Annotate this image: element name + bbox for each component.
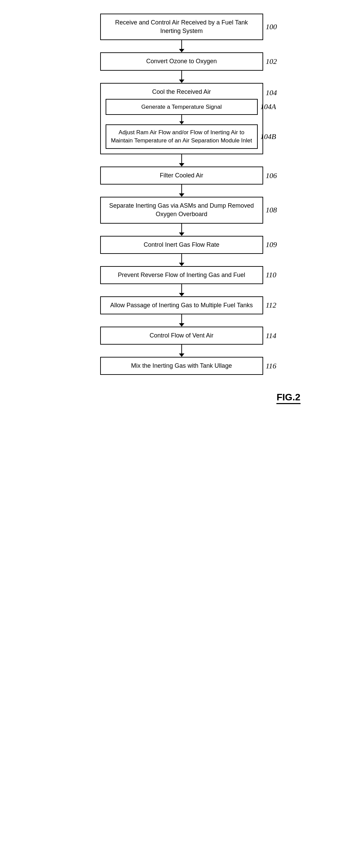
step-106-text: Filter Cooled Air (160, 172, 203, 179)
step-109-text: Control Inert Gas Flow Rate (144, 241, 219, 248)
step-116-text: Mix the Inerting Gas with Tank Ullage (131, 362, 232, 369)
step-106-label: 106 (266, 170, 277, 181)
connector-108-109 (181, 224, 182, 233)
step-112-text: Allow Passage of Inerting Gas to Multipl… (110, 302, 253, 309)
figure-label: FIG.2 (276, 392, 300, 403)
step-100-box: Receive and Control Air Received by a Fu… (100, 14, 263, 40)
connector-114-116 (181, 345, 182, 354)
connector-112-114 (181, 314, 182, 324)
step-102-box: Convert Ozone to Oxygen 102 (100, 52, 263, 70)
connector-104a-104b (181, 115, 182, 122)
step-102-label: 102 (266, 56, 277, 67)
step-112-box: Allow Passage of Inerting Gas to Multipl… (100, 296, 263, 314)
connector-110-112 (181, 284, 182, 294)
connector-102-104 (181, 71, 182, 80)
step-104a-text: Generate a Temperature Signal (141, 104, 222, 110)
step-106-box: Filter Cooled Air 106 (100, 167, 263, 185)
connector-106-108 (181, 185, 182, 194)
step-116-label: 116 (266, 361, 276, 371)
step-102-text: Convert Ozone to Oxygen (146, 58, 217, 65)
step-104a-box: Generate a Temperature Signal 104A (106, 99, 258, 115)
step-104-container: 104 Cool the Received Air Generate a Tem… (100, 83, 263, 154)
step-110-label: 110 (266, 270, 276, 280)
step-108-text: Separate Inerting Gas via ASMs and Dump … (109, 202, 254, 218)
step-109-box: Control Inert Gas Flow Rate 109 (100, 236, 263, 254)
step-114-text: Control Flow of Vent Air (149, 332, 213, 339)
connector-104-106 (181, 154, 182, 164)
step-116-box: Mix the Inerting Gas with Tank Ullage 11… (100, 357, 263, 375)
step-108-box: Separate Inerting Gas via ASMs and Dump … (100, 197, 263, 223)
step-112-label: 112 (266, 300, 276, 311)
step-108-label: 108 (266, 205, 277, 215)
step-104-label: 104 (266, 88, 277, 97)
step-100-text: Receive and Control Air Received by a Fu… (115, 19, 248, 34)
connector-100-102 (181, 40, 182, 50)
step-104a-label: 104A (260, 102, 276, 112)
step-104-text: Cool the Received Air (106, 88, 258, 96)
diagram-container: Receive and Control Air Received by a Fu… (49, 14, 314, 854)
step-110-text: Prevent Reverse Flow of Inerting Gas and… (118, 272, 245, 278)
step-104b-text: Adjust Ram Air Flow and/or Flow of Inert… (111, 129, 252, 144)
step-104b-label: 104B (260, 132, 276, 142)
step-109-label: 109 (266, 240, 277, 250)
step-104b-box: Adjust Ram Air Flow and/or Flow of Inert… (106, 124, 258, 149)
connector-109-110 (181, 254, 182, 263)
step-110-box: Prevent Reverse Flow of Inerting Gas and… (100, 266, 263, 284)
step-114-box: Control Flow of Vent Air 114 (100, 327, 263, 345)
step-114-label: 114 (266, 330, 276, 341)
step-100-label: 100 (266, 22, 277, 32)
